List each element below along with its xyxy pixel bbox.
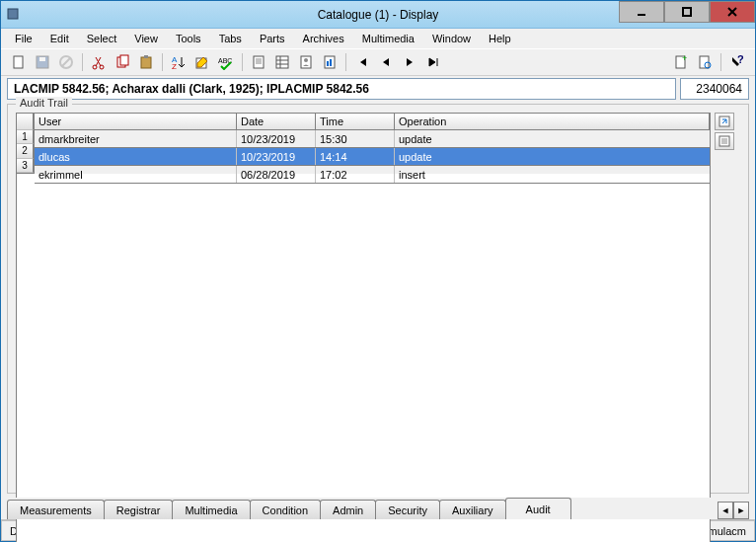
tab-condition[interactable]: Condition xyxy=(250,500,321,519)
window-titlebar: Catalogue (1) - Display xyxy=(1,1,755,29)
svg-line-9 xyxy=(62,58,70,66)
next-record-icon[interactable] xyxy=(400,52,419,72)
cancel-icon xyxy=(56,52,76,72)
svg-point-12 xyxy=(93,65,97,69)
menu-help[interactable]: Help xyxy=(481,31,519,46)
svg-rect-5 xyxy=(14,56,23,68)
menu-archives[interactable]: Archives xyxy=(295,31,352,46)
column-header-time[interactable]: Time xyxy=(316,114,395,129)
svg-rect-15 xyxy=(120,55,128,65)
menu-view[interactable]: View xyxy=(126,31,166,46)
row-header-blank xyxy=(17,114,34,130)
detail-popup-icon[interactable] xyxy=(715,113,734,130)
svg-point-13 xyxy=(100,65,104,69)
svg-rect-17 xyxy=(144,55,148,58)
cell-date: 10/23/2019 xyxy=(237,148,316,165)
menubar: File Edit Select View Tools Tabs Parts A… xyxy=(1,29,755,48)
svg-point-31 xyxy=(304,58,308,62)
column-header-operation[interactable]: Operation xyxy=(395,114,710,129)
copy-icon[interactable] xyxy=(113,52,132,72)
cell-operation: update xyxy=(395,148,710,165)
table-row[interactable]: ekrimmel 06/28/2019 17:02 insert xyxy=(35,166,711,184)
tab-security[interactable]: Security xyxy=(375,500,440,519)
menu-edit[interactable]: Edit xyxy=(42,31,77,46)
toolbar: AZ ABC + ? xyxy=(1,48,755,76)
tab-strip: Measurements Registrar Multimedia Condit… xyxy=(7,498,749,519)
context-help-icon[interactable]: ? xyxy=(727,52,747,72)
prev-record-icon[interactable] xyxy=(376,52,396,72)
sort-icon[interactable]: AZ xyxy=(169,52,189,72)
tab-auxiliary[interactable]: Auxiliary xyxy=(439,500,506,519)
spellcheck-icon[interactable]: ABC xyxy=(216,52,236,72)
tab-scroll-right-icon[interactable]: ► xyxy=(733,502,749,519)
list-view-icon[interactable] xyxy=(272,52,292,72)
tab-scroll-left-icon[interactable]: ◄ xyxy=(718,502,733,519)
tab-audit[interactable]: Audit xyxy=(505,498,571,519)
svg-rect-16 xyxy=(141,57,151,68)
menu-multimedia[interactable]: Multimedia xyxy=(354,31,422,46)
record-label: LACMIP 5842.56; Acharax dalli (Clark, 19… xyxy=(7,78,676,100)
cell-time: 17:02 xyxy=(316,166,395,183)
cut-icon[interactable] xyxy=(89,52,109,72)
menu-tabs[interactable]: Tabs xyxy=(211,31,250,46)
cell-user: dmarkbreiter xyxy=(35,130,237,147)
audit-trail-panel: Audit Trail 1 2 3 xyxy=(7,104,749,494)
app-icon xyxy=(1,7,25,23)
svg-rect-26 xyxy=(276,56,288,68)
table-row[interactable]: dlucas 10/23/2019 14:14 update xyxy=(35,148,711,166)
last-record-icon[interactable] xyxy=(423,52,443,72)
cell-operation: insert xyxy=(395,166,710,183)
detail-list-icon[interactable] xyxy=(715,132,734,150)
cell-time: 14:14 xyxy=(316,148,395,165)
cell-date: 10/23/2019 xyxy=(237,130,316,147)
cell-date: 06/28/2019 xyxy=(237,166,316,183)
attach-new-icon[interactable]: + xyxy=(671,52,691,72)
svg-text:Z: Z xyxy=(172,62,177,70)
tab-admin[interactable]: Admin xyxy=(320,500,376,519)
menu-tools[interactable]: Tools xyxy=(168,31,209,46)
row-number[interactable]: 3 xyxy=(17,159,34,173)
fieldset-legend: Audit Trail xyxy=(16,97,72,109)
cell-user: dlucas xyxy=(35,148,237,165)
table-empty-area xyxy=(16,174,711,542)
edit-icon[interactable] xyxy=(192,52,212,72)
contact-view-icon[interactable] xyxy=(296,52,316,72)
save-icon xyxy=(33,52,52,72)
cell-time: 15:30 xyxy=(316,130,395,147)
report-view-icon[interactable] xyxy=(320,52,340,72)
paste-icon[interactable] xyxy=(136,52,156,72)
menu-window[interactable]: Window xyxy=(424,31,479,46)
menu-parts[interactable]: Parts xyxy=(252,31,293,46)
svg-text:+: + xyxy=(682,54,687,63)
record-id: 2340064 xyxy=(680,78,749,100)
cell-operation: update xyxy=(395,130,710,147)
close-button[interactable] xyxy=(710,1,755,23)
audit-table: 1 2 3 User Date Time Operation xyxy=(16,113,711,174)
page-view-icon[interactable] xyxy=(249,52,268,72)
new-icon[interactable] xyxy=(9,52,29,72)
tab-multimedia[interactable]: Multimedia xyxy=(172,500,250,519)
svg-rect-33 xyxy=(327,61,329,66)
svg-rect-22 xyxy=(254,56,264,68)
column-header-date[interactable]: Date xyxy=(237,114,316,129)
tab-measurements[interactable]: Measurements xyxy=(7,500,105,519)
row-number[interactable]: 1 xyxy=(17,130,34,144)
attach-view-icon[interactable] xyxy=(695,52,715,72)
svg-rect-0 xyxy=(8,9,18,19)
row-number[interactable]: 2 xyxy=(17,144,34,158)
cell-user: ekrimmel xyxy=(35,166,237,183)
menu-select[interactable]: Select xyxy=(79,31,125,46)
svg-rect-34 xyxy=(330,59,332,66)
maximize-button[interactable] xyxy=(664,1,710,23)
menu-file[interactable]: File xyxy=(7,31,40,46)
svg-rect-7 xyxy=(39,57,45,61)
svg-rect-2 xyxy=(683,8,691,16)
first-record-icon[interactable] xyxy=(352,52,372,72)
tab-registrar[interactable]: Registrar xyxy=(104,500,174,519)
table-row[interactable]: dmarkbreiter 10/23/2019 15:30 update xyxy=(35,130,711,148)
column-header-user[interactable]: User xyxy=(35,114,237,129)
svg-text:?: ? xyxy=(737,54,744,65)
minimize-button[interactable] xyxy=(619,1,664,23)
